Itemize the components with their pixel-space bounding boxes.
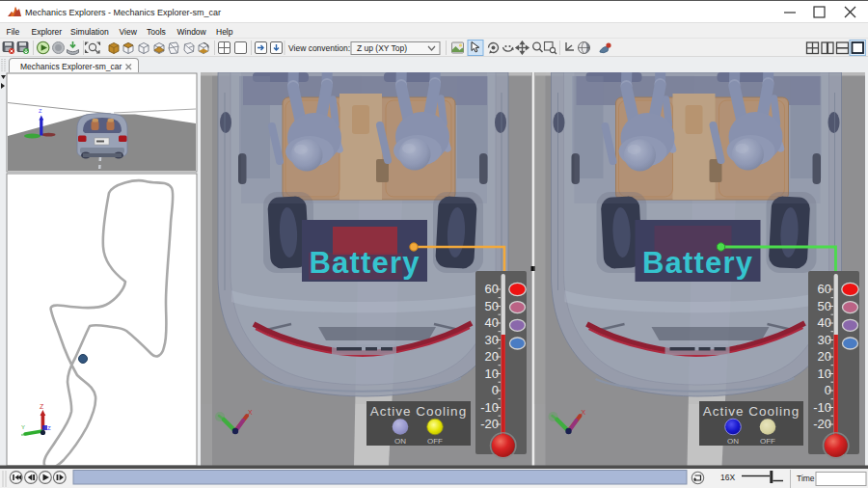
svg-text:Time: Time: [797, 474, 815, 483]
svg-text:Z: Z: [47, 425, 51, 431]
svg-text:Battery: Battery: [309, 246, 420, 280]
svg-text:Z: Z: [40, 403, 44, 410]
svg-text:16X: 16X: [720, 473, 735, 482]
svg-text:Y: Y: [21, 424, 25, 430]
svg-text:Battery: Battery: [642, 246, 753, 280]
svg-text:Z up (XY Top): Z up (XY Top): [357, 43, 407, 53]
svg-text:View convention:: View convention:: [288, 43, 350, 53]
